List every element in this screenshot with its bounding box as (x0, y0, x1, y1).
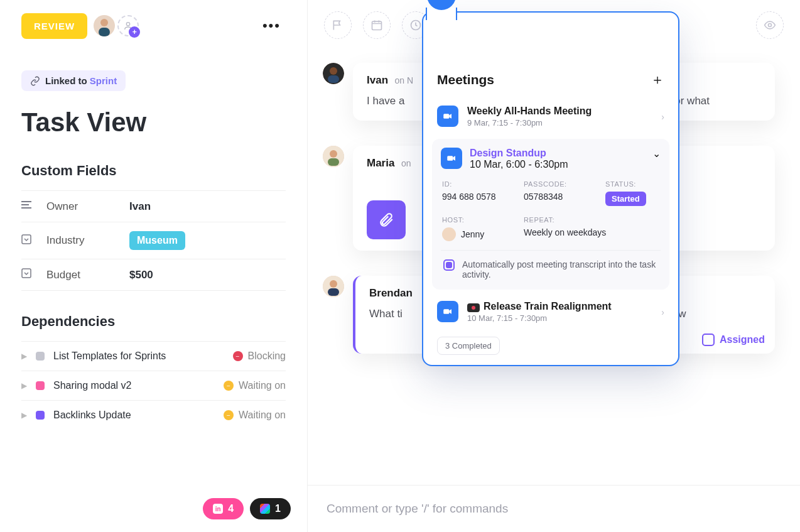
field-value: $500 (129, 269, 153, 281)
svg-rect-8 (372, 21, 382, 30)
zoom-icon (437, 106, 458, 127)
zoom-icon (437, 301, 458, 322)
calendar-button[interactable] (363, 11, 391, 39)
meeting-host: Jenny (442, 227, 511, 241)
assignee-avatar[interactable] (94, 15, 115, 36)
figma-icon (260, 504, 270, 514)
meeting-item[interactable]: Weekly All-Hands Meeting 9 Mar, 7:15 - 7… (423, 98, 678, 135)
svg-point-0 (100, 19, 108, 26)
status-badge: Started (605, 192, 646, 206)
meeting-date: 9 Mar, 7:15 - 7:30pm (467, 118, 592, 128)
checkbox-checked-icon (443, 259, 455, 271)
field-label: Owner (46, 200, 116, 213)
meeting-repeat: Weekly on weekdays (524, 227, 661, 241)
invision-count: 4 (228, 503, 234, 514)
comment-time: on N (394, 75, 413, 85)
checkbox-icon (702, 334, 715, 346)
comment-input[interactable]: Comment or type '/' for commands (308, 485, 800, 532)
svg-point-16 (330, 150, 337, 158)
svg-rect-5 (21, 207, 31, 209)
meeting-passcode: 05788348 (524, 192, 593, 206)
dep-status: Waiting on (239, 380, 286, 391)
flag-button[interactable] (324, 11, 352, 39)
dependencies-list: ▶ List Templates for Sprints −Blocking ▶… (21, 341, 286, 430)
invision-icon: in (213, 504, 223, 514)
svg-rect-17 (328, 158, 339, 166)
chevron-right-icon: › (661, 112, 664, 122)
dependencies-heading: Dependencies (21, 313, 286, 330)
status-label: STATUS: (605, 180, 661, 188)
dropdown-field-icon (21, 268, 33, 281)
meeting-item-expanded: Design Standup 10 Mar, 6:00 - 6:30pm ⌄ I… (432, 139, 669, 290)
dep-status: Blocking (248, 350, 286, 362)
assigned-toggle[interactable]: Assigned (702, 334, 765, 346)
comment-author: Brendan (369, 287, 413, 299)
add-meeting-button[interactable]: ＋ (651, 70, 664, 89)
host-label: HOST: (442, 216, 511, 224)
watch-button[interactable] (756, 11, 784, 39)
comment-time: on (401, 158, 411, 168)
passcode-label: PASSCODE: (524, 180, 593, 188)
chevron-right-icon: ▶ (21, 352, 27, 361)
linked-sprint-tag[interactable]: Linked to Sprint (21, 70, 126, 91)
svg-rect-23 (447, 156, 453, 161)
field-budget[interactable]: Budget $500 (21, 259, 286, 291)
svg-point-2 (127, 23, 130, 26)
linked-target: Sprint (90, 75, 117, 86)
invision-chip[interactable]: in 4 (203, 498, 244, 519)
transcript-text: Automatically post meeting transcript in… (462, 259, 658, 280)
svg-rect-20 (328, 288, 339, 296)
chevron-right-icon: ▶ (21, 411, 27, 420)
field-industry[interactable]: Industry Museum (21, 222, 286, 259)
field-label: Budget (46, 269, 116, 281)
review-status-button[interactable]: REVIEW (21, 13, 87, 39)
dependency-row[interactable]: ▶ Sharing modal v2 −Waiting on (21, 371, 286, 400)
avatar[interactable] (323, 63, 344, 84)
avatar[interactable] (323, 146, 344, 167)
attachment-icon[interactable] (367, 200, 406, 239)
assigned-label: Assigned (720, 334, 765, 345)
svg-rect-6 (22, 235, 31, 244)
custom-fields-list: Owner Ivan Industry Museum Budget $500 (21, 190, 286, 291)
svg-rect-1 (99, 28, 110, 36)
dependency-row[interactable]: ▶ Backlinks Update −Waiting on (21, 400, 286, 430)
svg-point-19 (330, 280, 337, 288)
repeat-label: REPEAT: (524, 216, 593, 224)
field-value: Ivan (129, 200, 151, 213)
blocking-icon: − (233, 351, 243, 361)
svg-rect-7 (22, 269, 31, 278)
dep-status-square (36, 381, 45, 390)
dependency-row[interactable]: ▶ List Templates for Sprints −Blocking (21, 341, 286, 371)
linked-prefix: Linked to (45, 75, 90, 86)
add-assignee-button[interactable]: + (117, 15, 139, 36)
link-icon (30, 76, 40, 86)
svg-rect-24 (443, 309, 449, 314)
meeting-item[interactable]: Release Train Realignment 10 Mar, 7:15 -… (423, 293, 678, 330)
svg-point-11 (769, 24, 772, 27)
dep-status-square (36, 411, 45, 420)
meetings-title: Meetings (437, 72, 494, 87)
owner-field-icon (21, 200, 33, 213)
completed-count[interactable]: 3 Completed (437, 337, 500, 355)
meeting-date: 10 Mar, 7:15 - 7:30pm (467, 313, 612, 323)
page-title: Task View (21, 107, 286, 138)
figma-chip[interactable]: 1 (250, 498, 291, 519)
dropdown-field-icon (21, 234, 33, 247)
meeting-date: 10 Mar, 6:00 - 6:30pm (470, 159, 645, 170)
dep-status: Waiting on (239, 410, 286, 421)
industry-tag[interactable]: Museum (129, 231, 185, 250)
svg-rect-14 (328, 75, 339, 83)
plus-badge-icon: + (129, 26, 140, 38)
comment-author: Ivan (367, 74, 388, 86)
svg-rect-22 (443, 114, 449, 119)
transcript-toggle[interactable]: Automatically post meeting transcript in… (441, 250, 661, 281)
chevron-right-icon: ▶ (21, 381, 27, 390)
avatar[interactable] (323, 276, 344, 297)
more-menu-button[interactable]: ••• (257, 13, 286, 39)
left-header: REVIEW + ••• (21, 13, 286, 39)
meeting-title[interactable]: Design Standup (470, 148, 645, 159)
field-owner[interactable]: Owner Ivan (21, 190, 286, 222)
field-label: Industry (46, 234, 116, 247)
chevron-down-icon[interactable]: ⌄ (652, 148, 661, 160)
custom-fields-heading: Custom Fields (21, 163, 286, 179)
